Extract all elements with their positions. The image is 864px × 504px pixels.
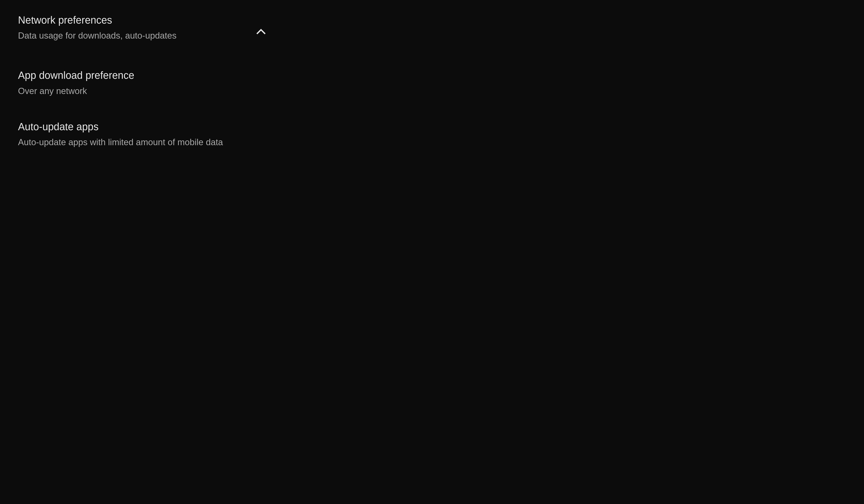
setting-value: Auto-update apps with limited amount of … — [18, 136, 270, 148]
section-header-text: Network preferences Data usage for downl… — [18, 14, 255, 41]
auto-update-apps-item[interactable]: Auto-update apps Auto-update apps with l… — [18, 109, 270, 160]
section-title: Network preferences — [18, 14, 255, 26]
settings-container: Network preferences Data usage for downl… — [0, 0, 288, 160]
network-preferences-header[interactable]: Network preferences Data usage for downl… — [18, 14, 270, 57]
app-download-preference-item[interactable]: App download preference Over any network — [18, 57, 270, 108]
setting-title: App download preference — [18, 69, 270, 81]
section-subtitle: Data usage for downloads, auto-updates — [18, 30, 255, 41]
setting-title: Auto-update apps — [18, 121, 270, 133]
setting-value: Over any network — [18, 85, 270, 97]
chevron-up-icon — [255, 26, 267, 38]
